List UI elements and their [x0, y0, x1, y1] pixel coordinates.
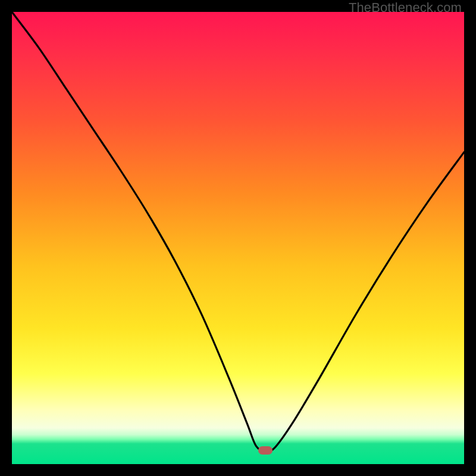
chart-frame: TheBottleneck.com	[0, 0, 476, 476]
optimum-marker	[258, 446, 273, 455]
attribution-text: TheBottleneck.com	[349, 0, 462, 15]
plot-area	[12, 12, 464, 464]
